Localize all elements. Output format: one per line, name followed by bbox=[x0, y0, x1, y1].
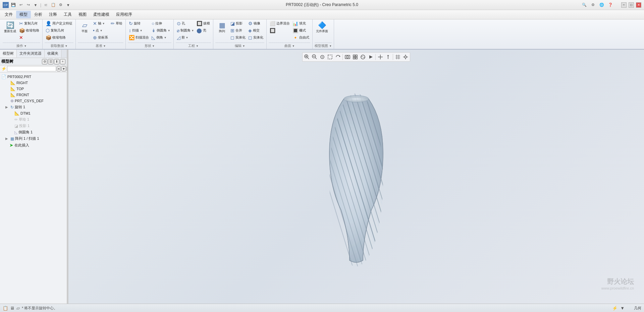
info-icon[interactable]: ❓ bbox=[607, 2, 614, 8]
tree-add-col-btn[interactable]: + bbox=[60, 59, 65, 64]
menu-view[interactable]: 视图 bbox=[75, 11, 90, 18]
undo-btn[interactable]: ↩ bbox=[17, 2, 24, 8]
sweep-blend-btn[interactable]: 🔀 扫描混合 bbox=[128, 34, 150, 41]
view-btn[interactable] bbox=[352, 53, 359, 61]
component-interface-btn[interactable]: 🔷 元件界面 bbox=[315, 20, 329, 34]
tab-favorites[interactable]: 收藏夹 bbox=[45, 50, 61, 58]
csys-btn[interactable]: ⊕ 坐标系 bbox=[92, 34, 109, 41]
settings-vp-btn[interactable] bbox=[402, 53, 409, 61]
tree-item-front[interactable]: 📐 FRONT bbox=[0, 92, 67, 98]
toolbar-more[interactable]: ▼ bbox=[65, 2, 71, 8]
maximize-btn[interactable]: □ bbox=[629, 2, 634, 8]
menu-analysis[interactable]: 分析 bbox=[31, 11, 46, 18]
axis-btn[interactable]: ✕ 轴 ▼ bbox=[92, 20, 109, 27]
save-btn[interactable]: 💾 bbox=[10, 2, 17, 8]
axis-display-btn[interactable] bbox=[384, 53, 392, 61]
fit-btn[interactable] bbox=[319, 53, 326, 61]
mirror-btn[interactable]: ⚙ 镜像 bbox=[247, 20, 264, 27]
zoom-out-btn[interactable] bbox=[311, 53, 318, 61]
search-input[interactable] bbox=[7, 66, 56, 71]
search-next-btn[interactable]: ▼ bbox=[61, 66, 66, 71]
tree-item-revolve1[interactable]: ▶ ↻ 旋转 1 bbox=[0, 104, 67, 110]
tree-item-array1[interactable]: ▶ ▦ 阵列 1 / 扫描 1 bbox=[0, 135, 67, 142]
shell-btn[interactable]: ⬤ 壳 bbox=[196, 27, 211, 34]
extrude-btn[interactable]: ○ 拉伸 bbox=[151, 20, 171, 27]
regenerate-btn[interactable]: 🔄 重新生成 bbox=[3, 20, 17, 34]
tree-sort-btn[interactable]: ⬇ bbox=[54, 59, 59, 64]
appearance-btn[interactable] bbox=[359, 53, 367, 61]
tab-model-tree[interactable]: 模型树 bbox=[0, 50, 17, 58]
tree-item-proj1[interactable]: ◪ 投影 1 bbox=[0, 123, 67, 129]
menu-annotate[interactable]: 注释 bbox=[46, 11, 60, 18]
fill-btn[interactable]: 📊 填充 bbox=[291, 20, 310, 27]
minimize-btn[interactable]: − bbox=[621, 2, 627, 8]
menu-file[interactable]: 文件 bbox=[1, 11, 16, 18]
solidify-btn2[interactable]: ◻ 实体化 bbox=[247, 34, 264, 41]
grid-btn[interactable] bbox=[394, 53, 401, 61]
menu-apps[interactable]: 应用程序 bbox=[113, 11, 136, 18]
del-btn[interactable]: ✕ bbox=[18, 34, 40, 41]
project-btn[interactable]: ◪ 投影 bbox=[229, 20, 247, 27]
minimize-icon[interactable]: ⚙ bbox=[590, 2, 596, 8]
status-arrow-icon[interactable]: ▼ bbox=[620, 306, 625, 311]
fillet-btn[interactable]: ⌀ 制圆角 ▼ bbox=[176, 27, 195, 34]
copy-geom-btn[interactable]: ✂ 复制几何 bbox=[18, 20, 40, 27]
status-icon2[interactable]: 🖥 bbox=[10, 306, 14, 311]
toolbar-btn2[interactable]: 📋 bbox=[50, 2, 57, 8]
tree-item-insert[interactable]: ➤ 在此插入 bbox=[0, 142, 67, 148]
close-btn[interactable]: ✕ bbox=[636, 2, 641, 8]
help-icon[interactable]: 🔍 bbox=[581, 2, 588, 8]
tree-menu-btn[interactable]: ☰ bbox=[48, 59, 53, 64]
screenshot-btn[interactable] bbox=[344, 53, 351, 61]
raster-btn[interactable]: 🔳 栅式 bbox=[291, 27, 310, 34]
user-feature-btn[interactable]: 👤 用户定义特征 bbox=[45, 20, 73, 27]
merge-btn[interactable]: ⊞ 合并 bbox=[229, 27, 247, 34]
plane-btn[interactable]: ▱ 平面 bbox=[78, 20, 91, 34]
hole-btn[interactable]: ⊙ 孔 bbox=[176, 20, 195, 27]
animation-btn[interactable] bbox=[367, 53, 374, 61]
intersect-btn[interactable]: ◈ 相交 bbox=[247, 27, 264, 34]
datum-display-btn[interactable] bbox=[377, 53, 384, 61]
tree-item-sketch1[interactable]: ✏ 草绘 1 bbox=[0, 116, 67, 123]
tree-settings-btn[interactable]: ⚙ bbox=[42, 59, 47, 64]
sweep-btn[interactable]: ↕ 扫描 ▼ bbox=[128, 27, 150, 34]
menu-flexible[interactable]: 柔性建模 bbox=[90, 11, 113, 18]
toolbar-btn3[interactable]: ⚙ bbox=[57, 2, 64, 8]
tree-item-top[interactable]: 📐 TOP bbox=[0, 86, 67, 92]
menu-model[interactable]: 模型 bbox=[16, 11, 31, 18]
array-btn[interactable]: ▦ 阵列 bbox=[215, 20, 229, 34]
solidify-btn[interactable]: ◻ 实体化 bbox=[229, 34, 247, 41]
chamfer-btn[interactable]: ◺ 倒角 ▼ bbox=[151, 34, 171, 41]
status-flash-icon[interactable]: ⚡ bbox=[612, 306, 618, 311]
zoom-in-btn[interactable] bbox=[303, 53, 311, 61]
redo-btn[interactable]: ↪ bbox=[25, 2, 32, 8]
shrink-btn[interactable]: 📦 收缩包络 bbox=[18, 27, 40, 34]
toolbar-btn1[interactable]: tE bbox=[43, 2, 49, 8]
tree-item-right[interactable]: 📐 RIGHT bbox=[0, 80, 67, 86]
shrink-btn2[interactable]: 📦 收缩包络 bbox=[45, 34, 73, 41]
search-clear-btn[interactable]: ✕ bbox=[57, 66, 61, 71]
boundary-btn[interactable]: ⬜ 边界混合 bbox=[269, 20, 291, 27]
tree-item-chamfer1[interactable]: ◺ 倒圆角 1 bbox=[0, 129, 67, 135]
tree-item-csys[interactable]: ⊕ PRT_CSYS_DEF bbox=[0, 98, 67, 104]
status-icon3[interactable]: ▱ bbox=[16, 306, 20, 311]
point-btn[interactable]: • 点 ▼ bbox=[92, 27, 109, 34]
shear-btn[interactable]: ◿ 剪 ▼ bbox=[176, 34, 195, 41]
zoom-box-btn[interactable] bbox=[326, 53, 334, 61]
freestyle-btn[interactable]: 🔸 自由式 bbox=[291, 34, 310, 41]
viewport[interactable]: 野火论坛 www.proewildfire.cn bbox=[68, 50, 644, 304]
rotate-btn[interactable] bbox=[334, 53, 341, 61]
online-icon[interactable]: 🌐 bbox=[598, 2, 605, 8]
tab-file-browser[interactable]: 文件夹浏览器 bbox=[17, 50, 45, 58]
copy-geom-btn2[interactable]: ⬡ 复制几何 bbox=[45, 27, 73, 34]
tree-item-root[interactable]: 📄 PRT0002.PRT bbox=[0, 74, 67, 80]
customize-btn[interactable]: ▼ bbox=[32, 2, 39, 8]
status-icon1[interactable]: 📋 bbox=[3, 306, 8, 311]
surf-btn2[interactable]: 🔲 bbox=[269, 27, 291, 34]
draft-btn[interactable]: 🔲 拔模 bbox=[196, 20, 211, 27]
round-btn[interactable]: ↡ 倒圆角 ▼ bbox=[151, 27, 171, 34]
menu-tools[interactable]: 工具 bbox=[60, 11, 75, 18]
tree-item-dtm1[interactable]: 📐 DTM1 bbox=[0, 110, 67, 116]
revolve-btn[interactable]: ↻ 旋转 bbox=[128, 20, 150, 27]
sketch-btn[interactable]: ✏ 草绘 bbox=[110, 20, 123, 27]
